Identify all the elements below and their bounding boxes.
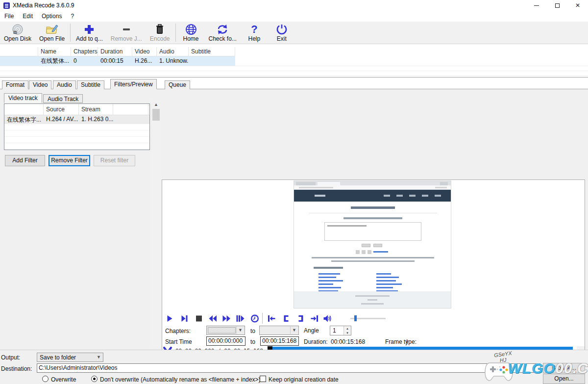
left-panel-scrollbar[interactable]: ▲ bbox=[152, 100, 160, 348]
speaker-icon[interactable] bbox=[323, 314, 332, 323]
close-button[interactable]: ✕ bbox=[567, 0, 588, 11]
volume-slider[interactable] bbox=[350, 315, 386, 321]
remove-j-button: Remove J... bbox=[107, 22, 146, 44]
stop-icon[interactable] bbox=[195, 314, 203, 323]
keep-date-checkbox[interactable] bbox=[260, 376, 266, 382]
column-header-name[interactable]: Name bbox=[38, 47, 71, 56]
toolbar-button-label: Remove J... bbox=[111, 35, 142, 42]
tab-audio-track[interactable]: Audio Track bbox=[43, 94, 83, 103]
window-title: XMedia Recode 3.6.0.9 bbox=[13, 2, 74, 9]
file-row[interactable]: 在线繁体...000:00:15H.26...1. Unknow... bbox=[0, 56, 588, 66]
main-tabs: FormatVideoAudioSubtitleFilters/PreviewQ… bbox=[0, 79, 588, 89]
menu-item-file[interactable]: File bbox=[0, 11, 18, 22]
scroll-up-icon[interactable]: ▲ bbox=[152, 100, 160, 108]
add-filter-button[interactable]: Add Filter bbox=[5, 155, 45, 166]
play-next-frame-icon[interactable] bbox=[180, 314, 189, 323]
chapter-end-select[interactable]: ▼ bbox=[259, 326, 299, 335]
column-header-blank[interactable] bbox=[113, 104, 148, 115]
track-row[interactable]: 在线繁体字...H.264 / AV...1. H.263 0.... bbox=[4, 115, 149, 124]
toolbar-button-label: Home bbox=[183, 35, 198, 42]
file-cell: H.26... bbox=[132, 56, 157, 66]
help-button[interactable]: ?Help bbox=[241, 22, 268, 44]
column-header-source[interactable]: Source bbox=[44, 104, 79, 115]
column-header-icon[interactable] bbox=[0, 47, 38, 56]
tab-video-track[interactable]: Video track bbox=[4, 93, 42, 103]
chapters-to-label: to bbox=[250, 328, 255, 334]
svg-text:?: ? bbox=[251, 24, 257, 35]
column-header-blank[interactable] bbox=[4, 104, 44, 115]
clock-icon[interactable] bbox=[250, 314, 259, 323]
spin-down-icon[interactable]: ▼ bbox=[344, 331, 351, 335]
open-disk-button[interactable]: DVDOpen Disk bbox=[0, 22, 35, 44]
chapter-start-select[interactable]: ▼ bbox=[206, 326, 245, 335]
tab-queue[interactable]: Queue bbox=[165, 80, 190, 89]
rewind-icon[interactable] bbox=[208, 314, 217, 323]
exit-button[interactable]: Exit bbox=[268, 22, 295, 44]
mark-out-icon[interactable] bbox=[296, 314, 305, 323]
file-cell bbox=[189, 56, 235, 66]
menu-item-[interactable]: ? bbox=[66, 11, 78, 22]
check-fo-button[interactable]: Check fo... bbox=[205, 22, 241, 44]
tab-format[interactable]: Format bbox=[2, 80, 28, 89]
start-to-label: to bbox=[250, 338, 255, 345]
play-icon[interactable] bbox=[165, 314, 174, 323]
scrollbar-thumb[interactable] bbox=[152, 109, 160, 121]
angle-value: 1 bbox=[333, 327, 336, 334]
goto-start-icon[interactable] bbox=[267, 314, 276, 323]
end-time-input[interactable]: 00:00:15:168 bbox=[260, 336, 299, 346]
minimize-button[interactable] bbox=[526, 0, 547, 11]
column-header-subtitle[interactable]: Subtitle bbox=[189, 47, 235, 56]
goto-end-icon[interactable] bbox=[310, 314, 319, 323]
spin-up-icon[interactable]: ▲ bbox=[344, 326, 351, 331]
toolbar-button-label: Exit bbox=[277, 35, 287, 42]
dont-overwrite-radio[interactable] bbox=[91, 376, 98, 382]
output-select[interactable]: Save to folder ▼ bbox=[37, 353, 103, 362]
overwrite-radio[interactable] bbox=[42, 376, 49, 382]
tab-filters-preview[interactable]: Filters/Preview bbox=[110, 79, 157, 89]
track-cell: 1. H.263 0.... bbox=[79, 115, 113, 124]
column-header-video[interactable]: Video bbox=[132, 47, 157, 56]
duration-label: Duration: bbox=[304, 338, 328, 345]
mark-in-icon[interactable] bbox=[282, 314, 291, 323]
help-icon: ? bbox=[250, 24, 259, 35]
menu-item-edit[interactable]: Edit bbox=[18, 11, 37, 22]
chevron-down-icon: ▼ bbox=[97, 355, 101, 359]
disc-icon: DVD bbox=[12, 24, 24, 35]
destination-input[interactable]: C:\Users\Administrator\Videos bbox=[37, 363, 540, 373]
encode-icon bbox=[155, 24, 165, 35]
column-header-stream[interactable]: Stream bbox=[79, 104, 113, 115]
volume-thumb[interactable] bbox=[354, 315, 357, 321]
add-to-q-button[interactable]: Add to q... bbox=[72, 22, 107, 44]
destination-label: Destination: bbox=[1, 365, 32, 372]
globe-icon bbox=[185, 24, 197, 35]
toolbar-button-label: Open File bbox=[39, 35, 65, 42]
menu-item-options[interactable]: Options bbox=[37, 11, 66, 22]
column-header-chapters[interactable]: Chapters bbox=[71, 47, 98, 56]
frame-type-label: Frame type: bbox=[385, 338, 416, 345]
tab-audio[interactable]: Audio bbox=[53, 80, 76, 89]
home-button[interactable]: Home bbox=[177, 22, 205, 44]
open-file-button[interactable]: Open File bbox=[35, 22, 69, 44]
frame-step-icon[interactable] bbox=[236, 314, 245, 323]
start-time-input[interactable]: 00:00:00:000 bbox=[206, 336, 245, 346]
maximize-button[interactable] bbox=[547, 0, 567, 11]
dont-overwrite-label: Don't overwrite (Automatically rename as… bbox=[100, 376, 260, 383]
tab-video[interactable]: Video bbox=[29, 80, 51, 89]
controls-separator bbox=[262, 313, 263, 324]
chapters-label: Chapters: bbox=[165, 328, 191, 334]
tab-subtitle[interactable]: Subtitle bbox=[77, 80, 104, 89]
file-cell: 0 bbox=[71, 56, 98, 66]
column-header-audio[interactable]: Audio bbox=[157, 47, 189, 56]
angle-label: Angle bbox=[304, 327, 319, 334]
browse-button[interactable]: Browse... bbox=[543, 363, 585, 373]
file-cell: 1. Unknow... bbox=[157, 56, 189, 66]
minus-icon bbox=[121, 24, 132, 35]
remove-filter-button[interactable]: Remove Filter bbox=[49, 155, 90, 166]
angle-spinner[interactable]: 1 ▲▼ bbox=[330, 326, 351, 335]
column-header-duration[interactable]: Duration bbox=[98, 47, 132, 56]
open-button[interactable]: Open... bbox=[543, 374, 585, 384]
toolbar-button-label: Add to q... bbox=[76, 35, 103, 42]
toolbar-button-label: Check fo... bbox=[209, 35, 237, 42]
fast-forward-icon[interactable] bbox=[222, 314, 231, 323]
frame-type-value: I bbox=[406, 338, 408, 345]
